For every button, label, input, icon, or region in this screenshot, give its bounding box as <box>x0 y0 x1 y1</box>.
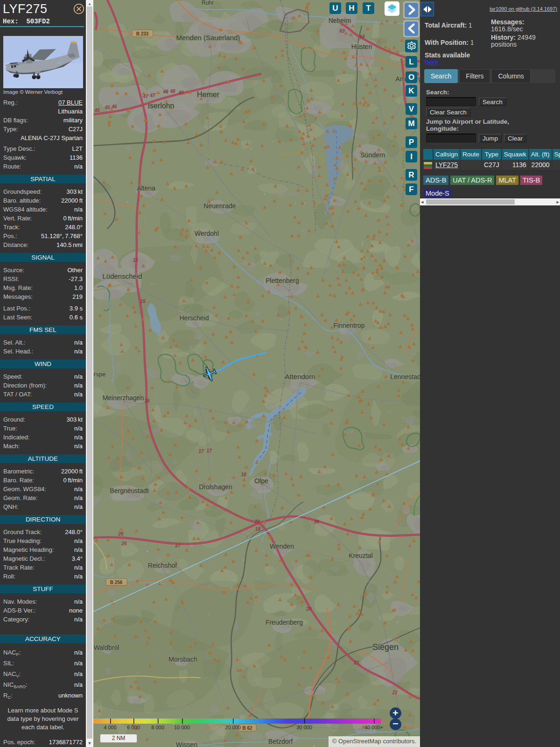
svg-text:30: 30 <box>314 519 319 524</box>
svg-text:17: 17 <box>206 448 212 453</box>
svg-text:14: 14 <box>133 258 138 263</box>
svg-text:22: 22 <box>392 690 398 695</box>
svg-text:Ruhr: Ruhr <box>202 0 214 6</box>
svg-text:45: 45 <box>94 108 100 113</box>
svg-text:Werdohl: Werdohl <box>195 230 219 237</box>
svg-text:48: 48 <box>169 89 175 94</box>
svg-text:Hüsten: Hüsten <box>351 43 372 50</box>
svg-text:Betzdorf: Betzdorf <box>268 738 293 745</box>
svg-text:Sundern: Sundern <box>361 151 385 159</box>
svg-text:17: 17 <box>198 449 204 454</box>
svg-text:B 256: B 256 <box>110 580 123 585</box>
svg-text:47: 47 <box>142 94 148 99</box>
svg-text:Neheim: Neheim <box>329 17 351 24</box>
svg-text:40 000+: 40 000+ <box>364 725 383 730</box>
svg-text:Meinerzhagen: Meinerzhagen <box>103 394 144 402</box>
svg-text:Wissen: Wissen <box>176 741 197 747</box>
svg-text:46: 46 <box>111 104 117 109</box>
svg-text:30 000: 30 000 <box>296 725 312 730</box>
svg-text:28: 28 <box>254 519 260 524</box>
svg-text:B 62: B 62 <box>242 726 252 731</box>
svg-text:26: 26 <box>121 541 127 546</box>
svg-text:64: 64 <box>359 34 365 39</box>
svg-text:6 000: 6 000 <box>127 725 140 730</box>
svg-text:Menden (Sauerland): Menden (Sauerland) <box>176 34 240 42</box>
svg-text:20: 20 <box>306 606 312 612</box>
svg-text:16: 16 <box>144 398 150 403</box>
svg-text:21: 21 <box>353 660 359 665</box>
svg-text:Reichshof: Reichshof <box>148 562 177 569</box>
svg-text:Attendorn: Attendorn <box>285 373 315 381</box>
svg-text:Olpe: Olpe <box>254 477 268 485</box>
svg-text:8 000: 8 000 <box>151 725 164 730</box>
svg-text:45: 45 <box>104 105 110 110</box>
svg-text:Waldbröl: Waldbröl <box>94 644 119 651</box>
svg-text:27: 27 <box>175 543 181 548</box>
svg-text:Finnentrop: Finnentrop <box>334 322 365 329</box>
svg-text:10 000: 10 000 <box>174 725 190 730</box>
svg-text:Lennestadt: Lennestadt <box>390 373 420 381</box>
svg-text:Neuenrade: Neuenrade <box>203 202 236 210</box>
svg-text:erspe: erspe <box>93 371 105 378</box>
svg-text:18: 18 <box>241 472 246 477</box>
svg-text:07: 07 <box>57 61 62 65</box>
svg-text:4 000: 4 000 <box>104 725 117 730</box>
svg-text:15: 15 <box>140 299 146 304</box>
svg-text:B 233: B 233 <box>136 31 149 36</box>
svg-text:Herscheid: Herscheid <box>179 314 209 322</box>
svg-text:Bergneustadt: Bergneustadt <box>110 487 148 494</box>
svg-text:20 000: 20 000 <box>225 725 241 730</box>
svg-text:Freudenberg: Freudenberg <box>266 619 303 626</box>
svg-text:26: 26 <box>118 531 124 536</box>
svg-text:48: 48 <box>162 89 168 94</box>
svg-text:47: 47 <box>149 93 155 98</box>
svg-text:Morsbach: Morsbach <box>168 655 197 663</box>
svg-text:63: 63 <box>339 28 345 34</box>
svg-text:Wenden: Wenden <box>270 543 294 550</box>
svg-text:Lüdenscheid: Lüdenscheid <box>102 272 142 280</box>
svg-text:49: 49 <box>178 90 184 95</box>
svg-text:Plettenberg: Plettenberg <box>266 277 299 284</box>
svg-text:Altena: Altena <box>137 184 155 192</box>
svg-text:Hemer: Hemer <box>197 91 220 99</box>
svg-text:Iserlohn: Iserlohn <box>148 102 175 110</box>
svg-text:Drolshagen: Drolshagen <box>199 483 232 491</box>
svg-text:Siegen: Siegen <box>372 642 399 652</box>
svg-text:Kreuztal: Kreuztal <box>349 552 372 559</box>
svg-text:19: 19 <box>255 527 260 532</box>
